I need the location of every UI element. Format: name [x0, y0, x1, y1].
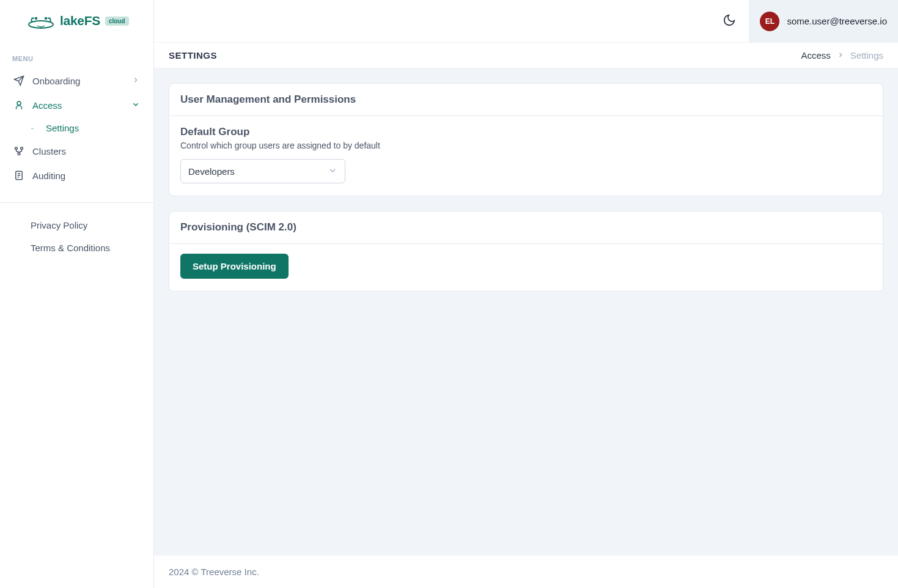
chevron-down-icon: [328, 166, 337, 177]
default-group-title: Default Group: [180, 126, 872, 138]
svg-point-4: [15, 147, 18, 150]
sub-nav-settings[interactable]: - Settings: [20, 117, 147, 139]
nav-item-clusters[interactable]: Clusters: [6, 139, 147, 163]
sub-nav-label: Settings: [46, 123, 79, 133]
svg-point-1: [35, 17, 37, 20]
nav-list: Onboarding Access - Set: [0, 68, 153, 188]
default-group-desc: Control which group users are assigned t…: [180, 141, 872, 150]
nav-item-onboarding[interactable]: Onboarding: [6, 68, 147, 93]
nav-label: Access: [32, 100, 62, 111]
nav-label: Clusters: [32, 146, 66, 156]
sidebar: lakeFS cloud MENU Onboarding: [0, 0, 154, 588]
receipt-icon: [13, 170, 24, 181]
dash-icon: -: [27, 123, 38, 133]
nav-label: Auditing: [32, 171, 65, 181]
chevron-down-icon: [131, 100, 140, 111]
breadcrumb-current: Settings: [850, 50, 883, 61]
nav-item-auditing[interactable]: Auditing: [6, 163, 147, 188]
svg-point-2: [45, 17, 47, 20]
footer-link-privacy[interactable]: Privacy Policy: [12, 214, 141, 237]
user-email: some.user@treeverse.io: [787, 16, 887, 26]
moon-icon: [723, 13, 736, 29]
card-provisioning: Provisioning (SCIM 2.0) Setup Provisioni…: [169, 211, 883, 292]
nav-item-access[interactable]: Access: [6, 93, 147, 117]
menu-label: MENU: [0, 40, 153, 68]
brand-badge: cloud: [105, 17, 129, 26]
paper-plane-icon: [13, 75, 24, 86]
nav-label: Onboarding: [32, 76, 80, 86]
lakefs-logo-icon: [26, 12, 56, 29]
svg-point-3: [17, 101, 21, 105]
breadcrumb: Access Settings: [801, 50, 883, 61]
avatar: EL: [760, 12, 779, 31]
card-title: Provisioning (SCIM 2.0): [169, 211, 883, 244]
card-title: User Management and Permissions: [169, 84, 883, 116]
header-row: SETTINGS Access Settings: [154, 43, 898, 68]
theme-toggle[interactable]: [716, 8, 743, 35]
brand-name: lakeFS: [60, 13, 100, 28]
svg-point-5: [21, 147, 23, 150]
sub-nav-access: - Settings: [6, 117, 147, 139]
user-menu[interactable]: EL some.user@treeverse.io: [749, 0, 898, 43]
setup-provisioning-button[interactable]: Setup Provisioning: [180, 254, 289, 279]
content: User Management and Permissions Default …: [154, 68, 898, 556]
footer-links: Privacy Policy Terms & Conditions: [0, 203, 153, 270]
default-group-select[interactable]: Developers: [180, 159, 345, 183]
git-branch-icon: [13, 145, 24, 156]
breadcrumb-parent[interactable]: Access: [801, 50, 830, 61]
footer-link-terms[interactable]: Terms & Conditions: [12, 237, 141, 259]
svg-point-6: [18, 153, 20, 155]
card-user-management: User Management and Permissions Default …: [169, 83, 883, 196]
chevron-right-icon: [131, 76, 140, 86]
user-icon: [13, 100, 24, 111]
main: EL some.user@treeverse.io SETTINGS Acces…: [154, 0, 898, 588]
page-title: SETTINGS: [169, 50, 217, 61]
select-value: Developers: [188, 166, 235, 177]
page-footer: 2024 © Treeverse Inc.: [154, 556, 898, 588]
chevron-right-icon: [837, 50, 844, 61]
logo[interactable]: lakeFS cloud: [0, 0, 153, 40]
topbar: EL some.user@treeverse.io: [154, 0, 898, 43]
